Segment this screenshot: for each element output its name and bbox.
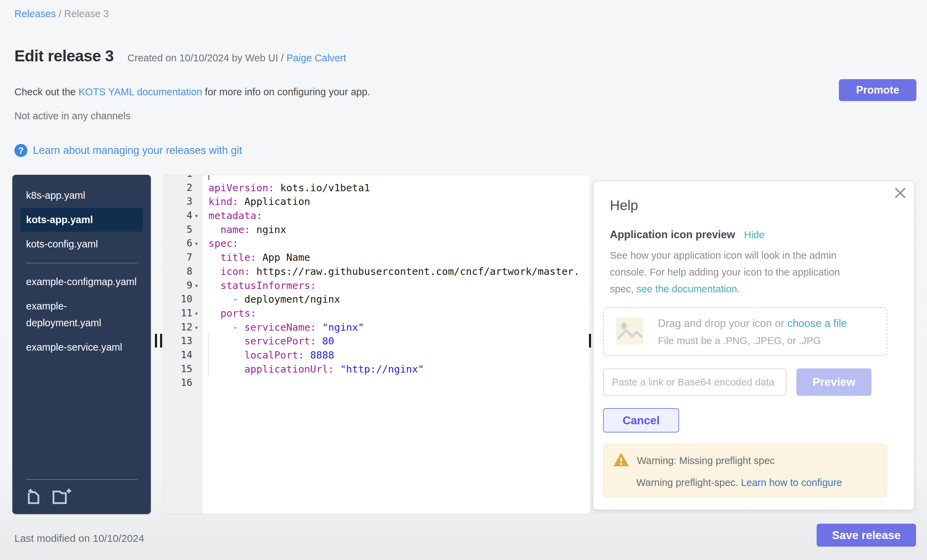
indent-guide <box>208 334 209 376</box>
gutter-line-5: 5 <box>164 223 202 237</box>
fold-arrow-icon[interactable]: ▾ <box>192 320 201 334</box>
file-tree-actions <box>12 480 151 514</box>
file-tree-actions-divider <box>26 480 137 480</box>
promote-button[interactable]: Promote <box>839 79 916 101</box>
gutter-line-2: 2 <box>164 181 202 195</box>
gutter-line-15: 15 <box>164 362 202 376</box>
hide-link[interactable]: Hide <box>744 229 764 241</box>
pane-resize-handle-left[interactable] <box>155 334 162 348</box>
see-documentation-link[interactable]: see the documentation <box>636 284 737 294</box>
warning-subtext: Warning preflight-spec. Learn how to con… <box>636 477 877 489</box>
warning-title: Warning: Missing preflight spec <box>637 455 775 466</box>
gutter-line-14: 14 <box>164 348 202 362</box>
gutter-line-12[interactable]: 12▾ <box>164 320 202 334</box>
fold-arrow-icon[interactable]: ▾ <box>192 307 201 320</box>
editor-code-lines: ---apiVersion: kots.io/v1beta1kind: Appl… <box>202 175 590 390</box>
gutter-line-10: 10 <box>164 292 202 307</box>
title-row: Edit release 3 Created on 10/10/2024 by … <box>14 47 346 65</box>
gutter-line-16: 16 <box>164 376 202 390</box>
preview-button[interactable]: Preview <box>796 369 871 396</box>
close-icon[interactable] <box>894 186 907 200</box>
code-line-11[interactable]: ports: <box>208 307 590 320</box>
gutter-line-6[interactable]: 6▾ <box>164 237 202 250</box>
fold-arrow-icon[interactable]: ▾ <box>192 237 201 250</box>
editor-gutter-rows: 1234▾56▾789▾1011▾12▾13141516 <box>164 175 202 390</box>
code-line-14[interactable]: localPort: 8888 <box>208 348 590 362</box>
page-title: Edit release 3 <box>14 47 114 65</box>
code-line-15[interactable]: applicationUrl: "http://nginx" <box>208 362 590 376</box>
code-line-9[interactable]: statusInformers: <box>208 279 590 293</box>
breadcrumb-current: Release 3 <box>64 8 109 19</box>
gutter-line-4[interactable]: 4▾ <box>164 209 202 223</box>
add-folder-icon[interactable] <box>52 488 73 505</box>
file-item-kots-app.yaml[interactable]: kots-app.yaml <box>21 208 143 232</box>
image-placeholder-icon <box>615 317 644 347</box>
code-line-10[interactable]: - deployment/nginx <box>208 292 590 307</box>
gutter-line-13: 13 <box>164 334 202 348</box>
icon-url-input[interactable] <box>603 369 786 396</box>
breadcrumb-separator: / <box>56 8 64 19</box>
git-help-row: ? Learn about managing your releases wit… <box>14 144 242 157</box>
fold-arrow-icon[interactable]: ▾ <box>192 209 201 223</box>
warning-triangle-icon <box>614 453 629 468</box>
gutter-line-1: 1 <box>164 175 202 181</box>
choose-file-link[interactable]: choose a file <box>787 317 847 329</box>
dropzone-text: Drag and drop your icon or choose a file <box>658 317 847 330</box>
gutter-line-11[interactable]: 11▾ <box>164 307 202 320</box>
git-releases-link[interactable]: Learn about managing your releases with … <box>33 144 242 156</box>
editor-code-area[interactable]: ---apiVersion: kots.io/v1beta1kind: Appl… <box>202 175 590 514</box>
code-line-13[interactable]: servicePort: 80 <box>208 334 590 348</box>
code-line-6[interactable]: spec: <box>208 237 590 250</box>
gutter-line-7: 7 <box>164 250 202 264</box>
yaml-editor[interactable]: 1234▾56▾789▾1011▾12▾13141516 ---apiVersi… <box>164 175 590 514</box>
code-line-1[interactable]: --- <box>208 175 590 181</box>
question-icon: ? <box>14 144 27 157</box>
editor-gutter: 1234▾56▾789▾1011▾12▾13141516 <box>164 175 202 514</box>
icon-preview-heading: Application icon preview <box>610 229 735 241</box>
kots-yaml-docs-link[interactable]: KOTS YAML documentation <box>79 87 202 97</box>
file-item-example-configmap.yaml[interactable]: example-configmap.yaml <box>21 270 143 294</box>
code-line-16[interactable] <box>208 376 590 390</box>
code-line-5[interactable]: name: nginx <box>208 223 590 237</box>
code-line-8[interactable]: icon: https://raw.githubusercontent.com/… <box>208 264 590 279</box>
intro-line: Check out the KOTS YAML documentation fo… <box>14 87 370 98</box>
file-list-divider <box>26 263 137 263</box>
file-item-k8s-app.yaml[interactable]: k8s-app.yaml <box>21 184 143 207</box>
file-item-example-service.yaml[interactable]: example-service.yaml <box>21 335 143 359</box>
file-list: k8s-app.yamlkots-app.yamlkots-config.yam… <box>12 175 151 360</box>
help-panel: Help Application icon preview Hide See h… <box>593 181 914 510</box>
icon-preview-description: See how your application icon will look … <box>610 247 856 297</box>
icon-dropzone[interactable]: Drag and drop your icon or choose a file… <box>603 307 887 356</box>
learn-configure-link[interactable]: Learn how to configure <box>741 477 842 488</box>
created-by-link[interactable]: Paige Calvert <box>286 52 346 64</box>
help-panel-title: Help <box>610 198 638 213</box>
breadcrumb: Releases / Release 3 <box>14 8 109 20</box>
channel-status-text: Not active in any channels <box>14 110 131 121</box>
file-item-example-deployment.yaml[interactable]: example-deployment.yaml <box>21 294 143 335</box>
file-tree-sidebar: k8s-app.yamlkots-app.yamlkots-config.yam… <box>12 175 151 514</box>
gutter-line-9[interactable]: 9▾ <box>164 279 202 293</box>
fold-arrow-icon[interactable]: ▾ <box>192 279 201 293</box>
created-on-text: Created on 10/10/2024 by Web UI / Paige … <box>128 52 346 64</box>
code-line-2[interactable]: apiVersion: kots.io/v1beta1 <box>208 181 590 195</box>
add-file-icon[interactable] <box>26 488 43 505</box>
file-item-kots-config.yaml[interactable]: kots-config.yaml <box>21 232 143 256</box>
gutter-line-8: 8 <box>164 264 202 279</box>
save-release-button[interactable]: Save release <box>817 524 916 546</box>
code-line-7[interactable]: title: App Name <box>208 250 590 264</box>
cancel-button[interactable]: Cancel <box>603 408 679 433</box>
preflight-warning-box: Warning: Missing preflight spec Warning … <box>603 444 887 497</box>
gutter-line-3: 3 <box>164 195 202 209</box>
code-line-3[interactable]: kind: Application <box>208 195 590 209</box>
code-line-4[interactable]: metadata: <box>208 209 590 223</box>
breadcrumb-releases-link[interactable]: Releases <box>14 8 56 19</box>
code-line-12[interactable]: - serviceName: "nginx" <box>208 320 590 334</box>
dropzone-filetypes-text: File must be a .PNG, .JPEG, or .JPG <box>658 335 847 346</box>
last-modified-text: Last modified on 10/10/2024 <box>14 533 144 544</box>
